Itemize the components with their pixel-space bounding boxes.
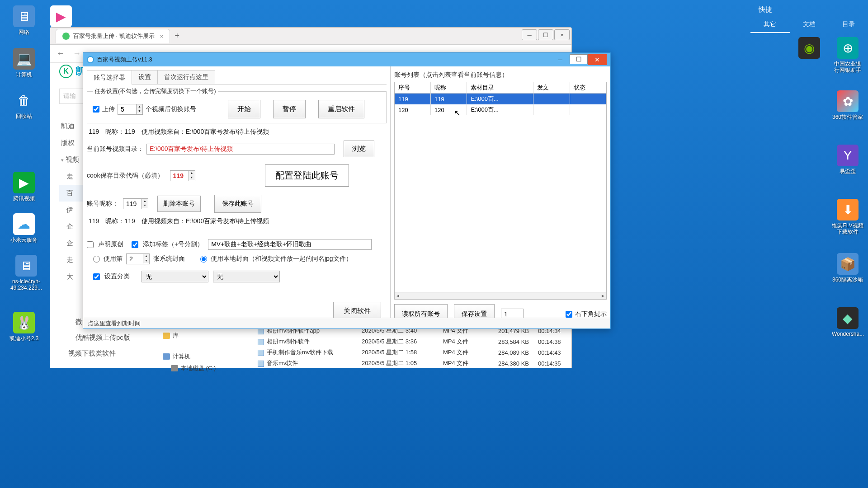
brand: K 凯 — [59, 65, 85, 78]
desktop-icon-tencent[interactable]: ▶腾讯视频 — [8, 172, 40, 202]
scroll-left-icon[interactable]: ◄ — [396, 293, 400, 298]
column-header[interactable]: 素材目录 — [467, 82, 533, 94]
explorer-files: 相册mv制作软件app2020/5/5 星期二 3:40MP4 文件201,47… — [253, 325, 579, 369]
computer-icon — [163, 353, 170, 360]
tab-docs[interactable]: 文档 — [790, 17, 829, 33]
column-header[interactable]: 序号 — [395, 82, 430, 94]
right-pane: 账号列表（点击列表查看当前账号信息） 序号昵称素材目录发文状态 119119E:… — [391, 66, 610, 328]
spin-down-icon[interactable]: ▼ — [137, 109, 142, 113]
desktop-icon-360soft[interactable]: ✿360软件管家 — [832, 90, 863, 120]
cover-system-label: 使用第 — [104, 255, 123, 263]
tab-firstrun[interactable]: 首次运行点这里 — [157, 70, 215, 84]
desktop-icon-kaidi[interactable]: 🐰凯迪小号2.3 — [8, 312, 40, 342]
config-login-button[interactable]: 配置登陆此账号 — [265, 164, 349, 187]
app-title: 百家号视频上传v11.3 — [97, 56, 551, 64]
desktop-icon-nvidia[interactable]: ◉ — [793, 37, 825, 61]
desktop-icon-computer[interactable]: 💻计算机 — [8, 48, 40, 78]
cover-local-label: 使用本地封面（和视频文件放一起的同名jpg文件） — [211, 255, 352, 263]
nav-forward-icon[interactable]: → — [71, 47, 83, 60]
corner-hint-checkbox[interactable] — [566, 311, 572, 318]
brand-icon: K — [59, 65, 73, 78]
tab-dirs[interactable]: 目录 — [829, 17, 868, 33]
category-select-1[interactable]: 无 — [142, 271, 208, 282]
desktop-icon-xiaomi[interactable]: ☁小米云服务 — [8, 213, 40, 243]
tab-add-icon[interactable]: + — [175, 31, 179, 41]
desktop-icon-flv[interactable]: ⬇维棠FLV视频下载软件 — [832, 199, 863, 235]
desktop-icon-ns[interactable]: 🖥ns-icle4ryh-49.234.229... — [8, 255, 44, 291]
column-header[interactable]: 发文 — [533, 82, 570, 94]
cover-local-radio[interactable] — [200, 256, 207, 263]
info-line-1: 119 昵称：119 使用视频来自：E:\000百家号发布\待上传视频 — [89, 128, 385, 136]
tree-item[interactable]: 库 — [163, 330, 216, 342]
close-icon[interactable]: ✕ — [588, 54, 607, 65]
browser-close-icon[interactable]: × — [554, 29, 570, 40]
delete-account-button[interactable]: 删除本账号 — [157, 196, 201, 212]
nick-input[interactable] — [123, 198, 142, 209]
spin-down-icon[interactable]: ▼ — [143, 258, 149, 263]
dir-input[interactable] — [146, 144, 335, 155]
upload-count-input[interactable] — [118, 104, 137, 115]
cook-input[interactable] — [170, 170, 189, 181]
tab-account-selector[interactable]: 账号选择器 — [87, 70, 132, 84]
tab-settings[interactable]: 设置 — [132, 70, 158, 84]
original-checkbox[interactable] — [87, 241, 94, 248]
tags-checkbox[interactable] — [132, 241, 138, 248]
tree-item[interactable]: 计算机 — [163, 351, 216, 362]
tags-input[interactable] — [208, 239, 372, 250]
table-row[interactable]: 119119E:\000百... — [395, 94, 606, 105]
app-icon — [87, 56, 94, 63]
titlebar[interactable]: 百家号视频上传v11.3 ─ ☐ ✕ — [83, 53, 610, 66]
desktop-icon-abc[interactable]: ⊕中国农业银行网银助手 — [832, 37, 863, 74]
upload-count-spinner[interactable]: ▲▼ — [118, 104, 143, 115]
spin-up-icon[interactable]: ▲ — [143, 254, 149, 258]
spin-down-icon[interactable]: ▼ — [142, 203, 148, 208]
tab-other[interactable]: 其它 — [750, 17, 790, 33]
spin-down-icon[interactable]: ▼ — [189, 175, 195, 180]
start-button[interactable]: 开始 — [228, 100, 260, 118]
statusbar[interactable]: 点这里查看到期时间 — [83, 318, 610, 328]
nav-back-icon[interactable]: ← — [55, 47, 66, 60]
upload-checkbox[interactable] — [93, 106, 99, 113]
cover-system-radio[interactable] — [93, 256, 100, 263]
account-table[interactable]: 序号昵称素材目录发文状态 119119E:\000百...120120E:\00… — [394, 82, 607, 300]
spin-up-icon[interactable]: ▲ — [142, 199, 148, 203]
desktop-icon-360sandbox[interactable]: 📦360隔离沙箱 — [832, 253, 863, 283]
desktop-icon-network[interactable]: 🖥网络 — [8, 5, 40, 35]
browser-minimize-icon[interactable]: ─ — [522, 29, 537, 40]
side-item2[interactable]: 优酷视频上传pc版 — [75, 330, 130, 346]
desktop-icon-wondershare[interactable]: ◆Wondersha... — [832, 307, 863, 337]
category-checkbox[interactable] — [93, 273, 100, 280]
file-row[interactable]: 音乐mv软件2020/5/5 星期二 1:05MP4 文件284,380 KB0… — [253, 358, 579, 369]
side-item2[interactable]: 视频下载类软件 — [68, 346, 130, 361]
minimize-icon[interactable]: ─ — [551, 54, 570, 65]
table-row[interactable]: 120120E:\000百... — [395, 104, 606, 115]
desktop-icon-duku[interactable]: ▶ — [45, 5, 77, 29]
cook-spinner[interactable]: ▲▼ — [170, 170, 195, 181]
file-row[interactable]: 手机制作音乐mv软件下载2020/5/5 星期二 1:58MP4 文件284,0… — [253, 347, 579, 358]
spin-up-icon[interactable]: ▲ — [137, 104, 142, 109]
sysnum-spinner[interactable]: ▲▼ — [126, 253, 150, 264]
desktop-icon-recycle[interactable]: 🗑回收站 — [8, 89, 40, 119]
sysnum-input[interactable] — [126, 253, 143, 264]
tab-close-icon[interactable]: × — [160, 33, 164, 40]
column-header[interactable]: 状态 — [570, 82, 606, 94]
spin-up-icon[interactable]: ▲ — [189, 171, 195, 175]
scroll-right-icon[interactable]: ► — [601, 293, 605, 298]
browser-tab[interactable]: 百家号批量上传 · 凯迪软件展示 × — [56, 29, 170, 43]
file-row[interactable]: 相册mv制作软件2020/5/5 星期二 3:36MP4 文件283,584 K… — [253, 336, 579, 347]
browser-maximize-icon[interactable]: ☐ — [538, 29, 553, 40]
restart-button[interactable]: 重启软件 — [318, 100, 364, 118]
column-header[interactable]: 昵称 — [430, 82, 467, 94]
pause-button[interactable]: 暂停 — [273, 100, 306, 118]
maximize-icon[interactable]: ☐ — [570, 54, 588, 64]
category-select-2[interactable]: 无 — [213, 271, 280, 282]
disk-icon — [171, 365, 178, 371]
desktop-icon-ywy[interactable]: Y易歪歪 — [832, 145, 863, 174]
browse-button[interactable]: 浏览 — [344, 141, 374, 157]
horizontal-scrollbar[interactable]: ◄► — [395, 292, 606, 299]
browser-tabstrip: 百家号批量上传 · 凯迪软件展示 × + ─ ☐ × — [50, 28, 571, 45]
tree-item[interactable]: 本地磁盘 (C:) — [163, 362, 216, 374]
nick-spinner[interactable]: ▲▼ — [123, 198, 148, 209]
account-list-label: 账号列表（点击列表查看当前账号信息） — [394, 71, 607, 79]
save-account-button[interactable]: 保存此账号 — [214, 195, 261, 213]
